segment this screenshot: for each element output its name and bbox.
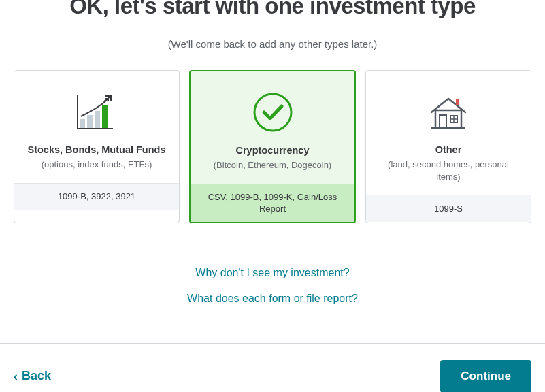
continue-button[interactable]: Continue (440, 360, 531, 392)
investment-type-cards: Stocks, Bonds, Mutual Funds (options, in… (14, 70, 531, 223)
svg-rect-2 (95, 111, 100, 129)
card-title: Cryptocurrency (229, 145, 316, 156)
card-subtitle: (options, index funds, ETFs) (32, 159, 162, 171)
bar-growth-icon (76, 84, 118, 139)
help-links: Why don't I see my investment? What does… (14, 263, 531, 309)
footer-divider (0, 343, 545, 344)
check-circle-icon (250, 85, 295, 140)
card-title: Other (429, 144, 469, 155)
card-cryptocurrency[interactable]: Cryptocurrency (Bitcoin, Ethereum, Dogec… (189, 70, 356, 223)
svg-rect-3 (102, 105, 108, 129)
card-footer: CSV, 1099-B, 1099-K, Gain/Loss Report (191, 184, 354, 222)
card-footer: 1099-B, 3922, 3921 (14, 183, 179, 210)
svg-rect-9 (440, 115, 446, 128)
card-stocks[interactable]: Stocks, Bonds, Mutual Funds (options, in… (14, 70, 180, 223)
chevron-left-icon: ‹ (14, 370, 18, 382)
house-icon (427, 84, 469, 139)
svg-rect-1 (87, 115, 93, 129)
card-other[interactable]: Other (land, second homes, personal item… (365, 70, 531, 223)
link-why-dont-i-see[interactable]: Why don't I see my investment? (14, 263, 531, 283)
back-label: Back (22, 369, 51, 383)
svg-rect-13 (456, 99, 459, 105)
nav-row: ‹ Back Continue (0, 360, 545, 392)
svg-rect-0 (80, 119, 85, 129)
card-subtitle: (land, second homes, personal items) (366, 159, 531, 182)
card-subtitle: (Bitcoin, Ethereum, Dogecoin) (204, 159, 341, 172)
svg-point-7 (254, 94, 291, 131)
page-subheading: (We'll come back to add any other types … (14, 38, 531, 50)
back-button[interactable]: ‹ Back (14, 369, 51, 383)
card-footer: 1099-S (366, 195, 531, 222)
link-what-does-each-form[interactable]: What does each form or file report? (14, 289, 531, 309)
page-title: OK, let's start with one investment type (14, 0, 531, 19)
card-title: Stocks, Bonds, Mutual Funds (20, 144, 172, 155)
